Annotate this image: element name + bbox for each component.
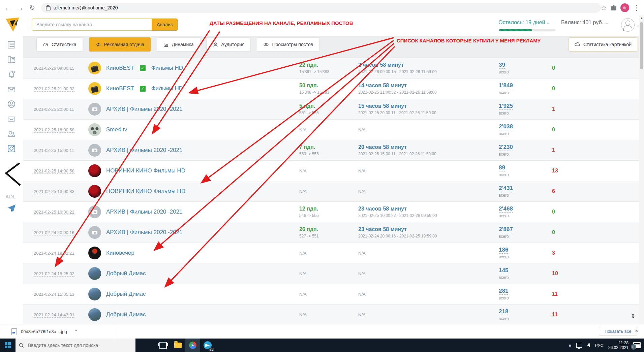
verified-badge-icon: ✓ (139, 85, 146, 92)
telegram-button[interactable]: 73 (200, 339, 215, 352)
views-link[interactable]: 2'867 (499, 226, 513, 233)
post-date-link[interactable]: 2021-02-26 09:00:15 (34, 66, 74, 71)
reload-icon[interactable]: ↻ (26, 4, 38, 12)
tab-post-views[interactable]: Просмотры постов (257, 37, 319, 52)
language-indicator[interactable]: РУС (595, 343, 604, 348)
post-date-link[interactable]: 2021-02-25 14:00:58 (34, 168, 74, 174)
views-cell: 1'849всего (499, 82, 549, 95)
post-date-link[interactable]: 2021-02-25 21:00:32 (34, 86, 74, 92)
sidebar-adl-label[interactable]: ADL (5, 194, 16, 199)
channel-link[interactable]: КиноBEST (106, 85, 134, 92)
start-button[interactable] (0, 339, 16, 352)
channel-link[interactable]: Киновечер (106, 250, 134, 256)
channel-link[interactable]: АРХИВ | Фильмы 2020 -2021 (106, 209, 183, 215)
volume-icon[interactable] (587, 343, 590, 347)
back-icon[interactable]: ← (2, 4, 14, 12)
channel-link[interactable]: НОВИНКИ КИНО Фильмы HD (106, 188, 185, 195)
views-link[interactable]: 89 (499, 164, 505, 171)
balance[interactable]: Баланс: 401 руб. ⌄ (561, 20, 608, 26)
tab-audience[interactable]: Аудитория (206, 37, 251, 52)
views-link[interactable]: 186 (499, 247, 508, 254)
channel-cell: НОВИНКИ КИНО Фильмы HD (88, 185, 299, 198)
views-link[interactable]: 2'468 (499, 205, 513, 213)
tab-dynamics[interactable]: Динамика (157, 37, 200, 52)
views-link[interactable]: 2'431 (499, 185, 513, 192)
sidebar-archive-icon[interactable] (7, 85, 16, 94)
tray-expand-icon[interactable]: ∧ (568, 343, 572, 348)
views-link[interactable]: 2'230 (499, 144, 513, 151)
channel-link[interactable]: АРХИВ | Фильмы 2020 -2021 (106, 106, 183, 113)
sidebar-audience-icon[interactable] (7, 129, 16, 138)
post-date-link[interactable]: 2021-02-24 19:01:21 (34, 251, 74, 256)
address-bar[interactable]: telemetr.me/@kinohome_2020 (41, 3, 601, 13)
channel-link-suffix[interactable]: Фильмы HD (151, 65, 183, 71)
notification-center-icon[interactable]: 10 (633, 342, 641, 348)
channel-link[interactable]: Добрый Димас (106, 311, 146, 318)
views-link[interactable]: 39 (499, 62, 505, 69)
channel-link-suffix[interactable]: Фильмы HD (151, 85, 183, 92)
post-date-link[interactable]: 2021-02-25 15:00:11 (34, 148, 74, 153)
file-explorer-button[interactable] (171, 339, 185, 352)
post-date-cell: 2021-02-26 09:00:15 (34, 66, 88, 71)
sidebar-instagram-icon[interactable] (7, 144, 16, 153)
scroll-updown-icon[interactable]: ⇕ (631, 313, 636, 320)
post-date-link[interactable]: 2021-02-24 14:43:01 (34, 312, 74, 318)
network-icon[interactable] (576, 343, 582, 348)
chrome-button[interactable] (185, 339, 200, 352)
taskbar-search[interactable] (16, 339, 135, 352)
channel-link[interactable]: Sme4.tv (106, 126, 127, 133)
views-link[interactable]: 2'038 (499, 123, 513, 130)
channel-link[interactable]: КиноBEST (106, 65, 134, 71)
show-all-downloads-button[interactable]: Показать все (599, 327, 637, 336)
post-date-link[interactable]: 2021-02-24 15:05:13 (34, 292, 74, 297)
views-link[interactable]: 1'849 (499, 82, 513, 89)
sidebar-notifications-icon[interactable] (7, 70, 16, 79)
chevron-up-icon[interactable]: ⌃ (74, 329, 78, 334)
close-icon[interactable]: × (635, 328, 638, 334)
channel-link[interactable]: Добрый Димас (106, 291, 146, 297)
bookmark-star-icon[interactable]: ☆ (601, 4, 607, 12)
sidebar-profile-icon[interactable] (7, 99, 16, 109)
channel-search-input[interactable] (32, 19, 152, 31)
post-date-link[interactable]: 2021-02-24 15:25:02 (34, 271, 74, 277)
views-link[interactable]: 145 (499, 267, 508, 274)
browser-menu-icon[interactable]: ⋮ (633, 4, 640, 12)
forward-icon[interactable]: → (14, 4, 26, 12)
post-date-link[interactable]: 2021-02-25 10:00:22 (34, 210, 74, 215)
scrollbar-thumb[interactable] (640, 22, 643, 69)
image-stats-button[interactable]: Статистика картинкой (569, 37, 637, 52)
views-total-label: всего (499, 193, 549, 198)
browser-profile-avatar[interactable]: Ф (620, 3, 629, 12)
sidebar-catalog-icon[interactable] (7, 40, 16, 50)
channel-link[interactable]: НОВИНКИ КИНО Фильмы HD (106, 167, 185, 174)
sidebar-inbox-icon[interactable] (7, 114, 16, 124)
channel-avatar (88, 247, 101, 259)
post-date-link[interactable]: 2021-02-25 18:00:58 (34, 127, 74, 133)
views-link[interactable]: 218 (499, 308, 508, 315)
clock[interactable]: 11:28 26.02.2021 (608, 341, 628, 350)
user-avatar[interactable] (621, 18, 635, 32)
downloaded-file-chip[interactable]: 09d8e6b776f1d8a....jpg ⌃ (7, 326, 83, 337)
post-date-link[interactable]: 2021-02-24 20:00:16 (34, 230, 74, 235)
tab-label: Статистика (52, 42, 76, 47)
task-view-button[interactable] (156, 339, 171, 352)
duration-period: 2021-02-25 21:00:32 - 2021-02-26 11:59:0… (358, 90, 499, 95)
telemetr-logo[interactable] (5, 17, 20, 35)
sidebar-telegram-icon[interactable] (7, 203, 16, 213)
tab-ad-performance[interactable]: Рекламная отдача (89, 37, 151, 52)
channel-link[interactable]: АРХИВ | Фильмы 2020 -2021 (106, 229, 183, 236)
page-scrollbar[interactable]: ▲ (639, 15, 644, 324)
channel-link[interactable]: АРХИВ | Фильмы 2020 -2021 (106, 147, 183, 154)
post-date-link[interactable]: 2021-02-25 13:00:33 (34, 189, 74, 194)
tab-statistics[interactable]: Статистика (36, 37, 83, 52)
taskbar-search-input[interactable] (27, 342, 123, 348)
subscription-days-left[interactable]: Осталось: 19 дней ⌄ (498, 20, 550, 26)
sidebar-news-icon[interactable] (7, 55, 16, 64)
views-link[interactable]: 1'925 (499, 103, 513, 110)
analyze-button[interactable]: Анализ (152, 19, 178, 31)
post-date-link[interactable]: 2021-02-25 20:00:11 (34, 107, 74, 112)
channel-link[interactable]: Добрый Димас (106, 270, 146, 277)
scroll-up-icon[interactable]: ▲ (640, 16, 643, 20)
views-link[interactable]: 281 (499, 288, 508, 295)
extensions-icon[interactable] (611, 5, 616, 10)
